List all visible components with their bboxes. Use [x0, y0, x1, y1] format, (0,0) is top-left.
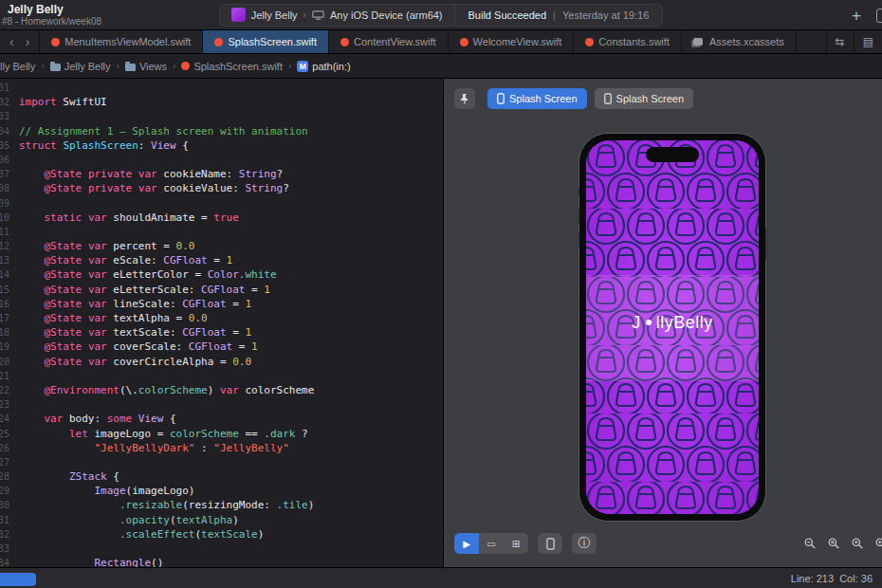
- preview-device-button[interactable]: Splash Screen: [487, 88, 587, 109]
- code-text: let imageLogo = colorScheme == .dark ?: [19, 427, 443, 441]
- status-separator: |: [553, 9, 556, 21]
- code-token: @State: [45, 326, 83, 339]
- line-number: 103: [0, 109, 9, 123]
- tab-label: WelcomeView.swift: [473, 36, 562, 47]
- code-token: @State: [45, 168, 83, 180]
- back-chevron-icon[interactable]: ‹: [9, 34, 14, 49]
- line-number: 120: [0, 355, 9, 369]
- magnifier-icon: [804, 538, 817, 550]
- code-token: colorScheme: [138, 384, 208, 396]
- line-number: 117: [0, 311, 9, 325]
- volume-down-button: [577, 230, 579, 248]
- code-line: 113 @State var eScale: CGFloat = 1: [0, 253, 443, 267]
- editor-tab[interactable]: SplashScreen.swift: [203, 30, 329, 53]
- preview-button-label: Splash Screen: [616, 93, 685, 104]
- breadcrumb-item[interactable]: lly Belly: [0, 61, 35, 72]
- code-editor[interactable]: 101102import SwiftUI103104// Assignment …: [0, 79, 443, 567]
- tab-bar: ‹ › MenuItemsViewModel.swiftSplashScreen…: [0, 30, 882, 54]
- editor-tab[interactable]: Constants.swift: [574, 30, 682, 53]
- code-token: var: [88, 326, 107, 339]
- line-number: 107: [0, 167, 9, 181]
- code-token: [19, 284, 45, 296]
- code-token: var: [220, 384, 239, 396]
- code-line: 104// Assignment 1 — Splash screen with …: [0, 124, 443, 138]
- bottom-left-accent: [0, 573, 36, 586]
- code-token: 1: [245, 298, 251, 310]
- add-button[interactable]: +: [852, 8, 861, 24]
- code-token: 1: [227, 254, 233, 266]
- code-token: =: [245, 284, 264, 296]
- code-text: @State var textScale: CGFloat = 1: [19, 325, 443, 340]
- code-line: 128 ZStack {: [0, 469, 443, 484]
- zoom-in-button[interactable]: [847, 533, 868, 554]
- code-line: 119 @State var coverScale: CGFloat = 1: [0, 340, 443, 354]
- activity-viewer[interactable]: Jelly Belly › Any iOS Device (arm64) Bui…: [219, 4, 664, 27]
- forward-chevron-icon[interactable]: ›: [26, 34, 30, 49]
- code-token: (: [170, 514, 176, 526]
- line-number: 134: [0, 556, 9, 567]
- iphone-preview-frame: JllyBelly: [579, 133, 766, 522]
- code-token: @State: [45, 240, 83, 252]
- code-text: [19, 81, 443, 95]
- line-number: 121: [0, 369, 9, 383]
- xcode-window: Jelly Belly #8 - Homework/week08 Jelly B…: [0, 0, 882, 588]
- line-number: 114: [0, 267, 9, 282]
- breadcrumb-item[interactable]: Views: [125, 61, 167, 72]
- breadcrumb-item[interactable]: Jelly Belly: [50, 61, 111, 72]
- preview-canvas: Splash ScreenSplash Screen: [443, 79, 882, 567]
- swap-editors-icon[interactable]: ⇆: [826, 30, 854, 53]
- power-button: [765, 229, 768, 261]
- editor-options-icon[interactable]: ▤: [854, 30, 882, 53]
- code-token: [19, 254, 45, 266]
- editor-tab[interactable]: MenuItemsViewModel.swift: [39, 30, 203, 53]
- swift-file-icon: [460, 38, 469, 46]
- breadcrumb-item[interactable]: Mpath(in:): [297, 61, 350, 72]
- device-settings-button[interactable]: [538, 533, 562, 554]
- canvas-toolbar: Splash ScreenSplash Screen: [454, 88, 693, 109]
- code-token: 0.0: [189, 312, 208, 324]
- code-line: 120 @State var coverCircleAlpha = 0.0: [0, 355, 443, 369]
- code-text: @State var lineScale: CGFloat = 1: [19, 297, 443, 311]
- code-token: cookieName:: [157, 168, 239, 180]
- editor-tab[interactable]: WelcomeView.swift: [449, 30, 575, 53]
- code-line: 125 let imageLogo = colorScheme == .dark…: [0, 427, 443, 441]
- line-number: 106: [0, 153, 9, 167]
- code-token: =: [208, 254, 227, 266]
- code-token: [82, 268, 88, 281]
- code-text: .opacity(textAlpha): [19, 513, 443, 527]
- history-nav: ‹ ›: [0, 30, 39, 53]
- main-area: 101102import SwiftUI103104// Assignment …: [0, 79, 882, 567]
- code-token: =: [232, 340, 251, 353]
- zoom-fit-button[interactable]: [823, 533, 844, 554]
- code-token: [19, 514, 119, 526]
- editor-tab[interactable]: Assets.xcassets: [682, 30, 797, 53]
- code-token: .white: [239, 268, 277, 281]
- scheme-selector[interactable]: Jelly Belly › Any iOS Device (arm64): [220, 5, 454, 26]
- code-text: @State var eLetterScale: CGFloat = 1: [19, 283, 443, 297]
- device-icon: [604, 93, 612, 104]
- selectable-mode-button[interactable]: ▭: [479, 533, 504, 554]
- zoom-out-button[interactable]: [799, 533, 820, 554]
- live-preview-button[interactable]: ▶: [454, 533, 479, 554]
- code-token: import: [19, 96, 57, 108]
- preview-info-button[interactable]: ⓘ: [572, 533, 597, 554]
- variants-button[interactable]: ⊞: [504, 533, 528, 554]
- preview-screen[interactable]: JllyBelly: [586, 140, 759, 514]
- pin-preview-button[interactable]: [454, 88, 475, 109]
- code-token: var: [88, 298, 107, 310]
- breadcrumb-item[interactable]: SplashScreen.swift: [181, 61, 283, 72]
- code-text: .resizable(resizingMode: .tile): [19, 498, 443, 512]
- breadcrumb-label: SplashScreen.swift: [193, 61, 283, 72]
- preview-device-button[interactable]: Splash Screen: [595, 88, 694, 109]
- code-token: [19, 182, 45, 194]
- line-number: 111: [0, 225, 9, 239]
- editor-tab[interactable]: ContentView.swift: [329, 30, 449, 53]
- code-token: [82, 340, 88, 353]
- code-token: [82, 312, 88, 324]
- code-text: [19, 153, 443, 167]
- code-token: [19, 557, 94, 567]
- library-icon[interactable]: [876, 9, 882, 23]
- code-token: [132, 413, 138, 425]
- preview-mode-group: ▶ ▭ ⊞: [454, 533, 528, 554]
- zoom-extra-button[interactable]: [871, 533, 882, 554]
